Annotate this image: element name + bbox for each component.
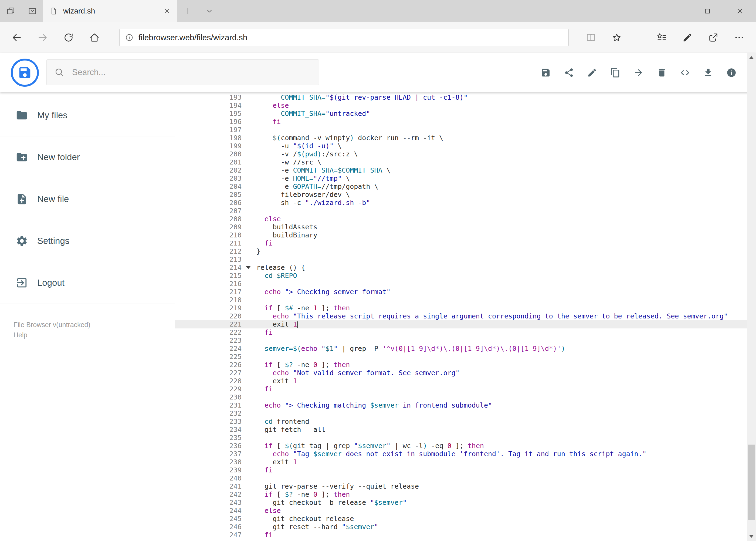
help-link[interactable]: Help	[14, 330, 175, 340]
gutter-line-number[interactable]: 240	[175, 474, 242, 482]
code-line-211[interactable]: 211 fi	[175, 239, 747, 248]
gutter-line-number[interactable]: 238	[175, 458, 242, 466]
code-line-222[interactable]: 222 fi	[175, 328, 747, 336]
code-line-247[interactable]: 247 fi	[175, 531, 747, 539]
code-line-238[interactable]: 238 exit 1	[175, 458, 747, 466]
code-line-237[interactable]: 237 echo "Tag $semver does not exist in …	[175, 450, 747, 458]
site-info-icon[interactable]	[125, 33, 133, 42]
code-line-240[interactable]: 240	[175, 474, 747, 482]
tab-preview-toggle-icon[interactable]	[22, 0, 43, 22]
gutter-line-number[interactable]: 206	[175, 199, 242, 207]
code-line-203[interactable]: 203 -e HOME="//tmp" \	[175, 175, 747, 183]
new-tab-button[interactable]	[177, 0, 199, 22]
gutter-line-number[interactable]: 199	[175, 142, 242, 150]
window-close-button[interactable]	[724, 0, 756, 22]
gutter-line-number[interactable]: 224	[175, 345, 242, 353]
add-favorite-star-icon[interactable]	[604, 25, 630, 51]
gutter-line-number[interactable]: 232	[175, 409, 242, 417]
edit-button[interactable]	[581, 61, 604, 84]
code-line-221[interactable]: 221 exit 1	[175, 320, 747, 328]
gutter-line-number[interactable]: 230	[175, 393, 242, 401]
code-line-219[interactable]: 219 if [ $# -ne 1 ]; then	[175, 304, 747, 312]
code-line-214[interactable]: 214release () {	[175, 264, 747, 272]
gutter-line-number[interactable]: 196	[175, 118, 242, 126]
code-line-193[interactable]: 193 COMMIT_SHA="$(git rev-parse HEAD | c…	[175, 94, 747, 102]
window-minimize-button[interactable]	[659, 0, 691, 22]
forward-icon[interactable]	[30, 25, 56, 51]
code-line-228[interactable]: 228 exit 1	[175, 377, 747, 385]
gutter-line-number[interactable]: 231	[175, 401, 242, 409]
info-button[interactable]	[720, 61, 743, 84]
code-line-230[interactable]: 230	[175, 393, 747, 401]
search-bar[interactable]	[46, 59, 319, 85]
gutter-line-number[interactable]: 237	[175, 450, 242, 458]
gutter-line-number[interactable]: 226	[175, 361, 242, 369]
download-button[interactable]	[697, 61, 720, 84]
gutter-line-number[interactable]: 220	[175, 312, 242, 320]
sidebar-item-my-files[interactable]: My files	[0, 95, 175, 136]
gutter-line-number[interactable]: 204	[175, 183, 242, 191]
gutter-line-number[interactable]: 243	[175, 499, 242, 507]
code-line-225[interactable]: 225	[175, 353, 747, 361]
share-page-icon[interactable]	[700, 25, 726, 51]
sidebar-item-logout[interactable]: Logout	[0, 262, 175, 304]
gutter-line-number[interactable]: 210	[175, 231, 242, 239]
code-line-205[interactable]: 205 filebrowser/dev \	[175, 191, 747, 199]
code-line-207[interactable]: 207	[175, 207, 747, 215]
set-tabs-aside-icon[interactable]	[0, 0, 22, 22]
gutter-line-number[interactable]: 217	[175, 288, 242, 296]
scroll-down-icon[interactable]	[749, 535, 754, 538]
tab-list-chevron-icon[interactable]	[199, 0, 220, 22]
gutter-line-number[interactable]: 222	[175, 328, 242, 336]
home-icon[interactable]	[82, 25, 108, 51]
code-line-245[interactable]: 245 git checkout release	[175, 515, 747, 523]
code-line-200[interactable]: 200 -v /$(pwd):/src:z \	[175, 150, 747, 158]
gutter-line-number[interactable]: 197	[175, 126, 242, 134]
move-button[interactable]	[627, 61, 650, 84]
gutter-line-number[interactable]: 212	[175, 248, 242, 256]
fold-widget-icon[interactable]	[246, 266, 251, 269]
code-line-197[interactable]: 197	[175, 126, 747, 134]
gutter-line-number[interactable]: 193	[175, 94, 242, 102]
code-line-236[interactable]: 236 if [ $(git tag | grep "$semver" | wc…	[175, 442, 747, 450]
code-line-224[interactable]: 224 semver=$(echo "$1" | grep -P '^v(0|[…	[175, 345, 747, 353]
code-line-209[interactable]: 209 buildAssets	[175, 223, 747, 231]
gutter-line-number[interactable]: 228	[175, 377, 242, 385]
code-line-242[interactable]: 242 if [ $? -ne 0 ]; then	[175, 490, 747, 499]
code-line-215[interactable]: 215 cd $REPO	[175, 272, 747, 280]
gutter-line-number[interactable]: 195	[175, 110, 242, 118]
code-line-212[interactable]: 212}	[175, 248, 747, 256]
code-line-201[interactable]: 201 -w //src \	[175, 158, 747, 166]
code-line-227[interactable]: 227 echo "Not valid semver format. See s…	[175, 369, 747, 377]
raw-code-button[interactable]	[673, 61, 697, 84]
sidebar-item-new-folder[interactable]: New folder	[0, 136, 175, 178]
tab-close-icon[interactable]	[163, 8, 170, 15]
gutter-line-number[interactable]: 203	[175, 175, 242, 183]
code-line-213[interactable]: 213	[175, 256, 747, 264]
code-line-243[interactable]: 243 git checkout -b release "$semver"	[175, 499, 747, 507]
gutter-line-number[interactable]: 213	[175, 256, 242, 264]
sidebar-item-settings[interactable]: Settings	[0, 220, 175, 262]
code-line-199[interactable]: 199 -u "$(id -u)" \	[175, 142, 747, 150]
scroll-up-icon[interactable]	[749, 56, 754, 59]
code-line-204[interactable]: 204 -e GOPATH=//tmp/gopath \	[175, 183, 747, 191]
gutter-line-number[interactable]: 233	[175, 417, 242, 426]
address-bar[interactable]: filebrowser.web/files/wizard.sh	[119, 29, 569, 46]
code-line-216[interactable]: 216	[175, 280, 747, 288]
code-line-233[interactable]: 233 cd frontend	[175, 417, 747, 426]
gutter-line-number[interactable]: 200	[175, 150, 242, 158]
gutter-line-number[interactable]: 236	[175, 442, 242, 450]
gutter-line-number[interactable]: 208	[175, 215, 242, 223]
code-line-235[interactable]: 235	[175, 434, 747, 442]
hub-favorites-icon[interactable]	[648, 25, 674, 51]
gutter-line-number[interactable]: 194	[175, 102, 242, 110]
code-line-232[interactable]: 232	[175, 409, 747, 417]
gutter-line-number[interactable]: 202	[175, 166, 242, 175]
search-input[interactable]	[72, 67, 311, 78]
filebrowser-logo[interactable]	[11, 59, 39, 87]
code-editor[interactable]: 193 COMMIT_SHA="$(git rev-parse HEAD | c…	[175, 92, 747, 541]
code-line-206[interactable]: 206 sh -c "./wizard.sh -b"	[175, 199, 747, 207]
code-line-246[interactable]: 246 git reset --hard "$semver"	[175, 523, 747, 531]
code-line-196[interactable]: 196 fi	[175, 118, 747, 126]
window-maximize-button[interactable]	[691, 0, 724, 22]
